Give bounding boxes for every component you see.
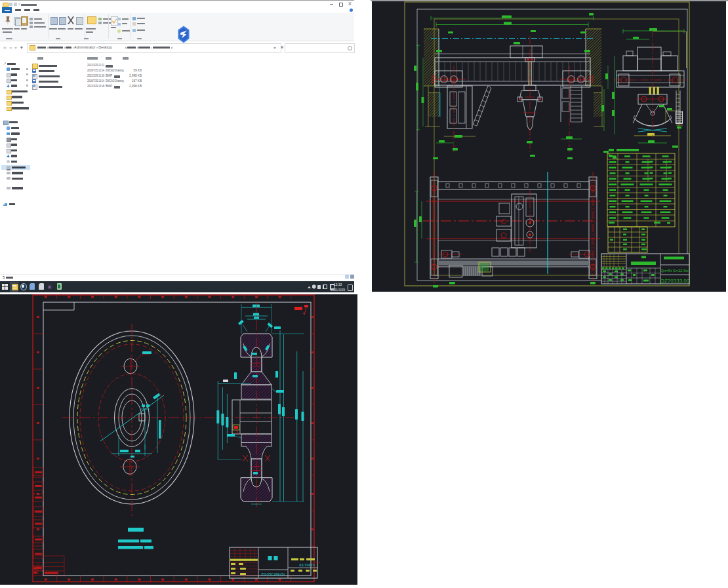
svg-text:ZG35CrMnSi: ZG35CrMnSi xyxy=(261,572,285,576)
svg-text:Qn=5t S=22.5m: Qn=5t S=22.5m xyxy=(660,268,689,273)
svg-text:QZ70333.00: QZ70333.00 xyxy=(660,278,690,284)
svg-text:63-T0473: 63-T0473 xyxy=(299,563,315,567)
